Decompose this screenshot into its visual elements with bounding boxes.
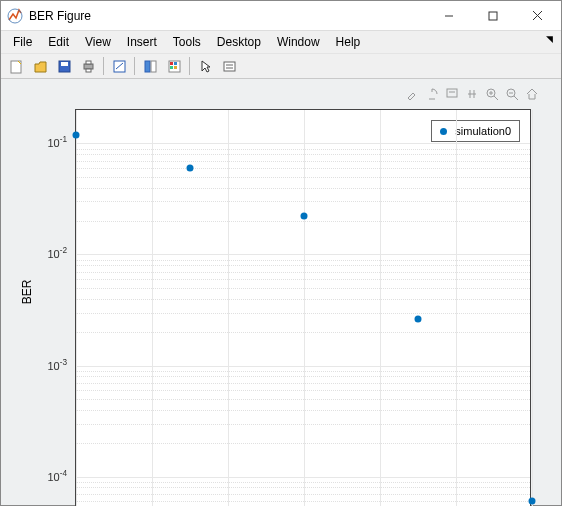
- grid-minor: [76, 424, 530, 425]
- grid-hline: [76, 143, 530, 144]
- insert-legend-icon[interactable]: [218, 55, 240, 77]
- grid-minor: [76, 188, 530, 189]
- menu-help[interactable]: Help: [328, 33, 369, 51]
- pan-icon[interactable]: [463, 85, 481, 103]
- grid-minor: [76, 390, 530, 391]
- data-point[interactable]: [529, 498, 536, 505]
- svg-rect-13: [145, 61, 150, 72]
- svg-rect-14: [151, 61, 156, 72]
- y-axis-label: BER: [20, 280, 34, 305]
- grid-vline: [76, 110, 77, 506]
- grid-minor: [76, 260, 530, 261]
- grid-hline: [76, 477, 530, 478]
- menu-overflow-icon[interactable]: ◥: [546, 34, 553, 44]
- grid-minor: [76, 494, 530, 495]
- menu-window[interactable]: Window: [269, 33, 328, 51]
- svg-rect-17: [174, 62, 177, 65]
- grid-hline: [76, 366, 530, 367]
- data-point[interactable]: [187, 165, 194, 172]
- menu-tools[interactable]: Tools: [165, 33, 209, 51]
- rotate-icon[interactable]: [423, 85, 441, 103]
- maximize-button[interactable]: [471, 2, 515, 30]
- svg-line-30: [514, 96, 518, 100]
- grid-minor: [76, 161, 530, 162]
- data-point[interactable]: [301, 213, 308, 220]
- data-point[interactable]: [73, 131, 80, 138]
- link-plot-icon[interactable]: [139, 55, 161, 77]
- grid-minor: [76, 168, 530, 169]
- open-icon[interactable]: [29, 55, 51, 77]
- grid-vline: [228, 110, 229, 506]
- zoom-out-icon[interactable]: [503, 85, 521, 103]
- figure-area: simulation0 Eb/N0 (dB) BER 02468101210-4…: [1, 79, 561, 505]
- grid-minor: [76, 177, 530, 178]
- axes[interactable]: simulation0: [75, 109, 531, 506]
- menu-desktop[interactable]: Desktop: [209, 33, 269, 51]
- minimize-button[interactable]: [427, 2, 471, 30]
- grid-vline: [304, 110, 305, 506]
- matlab-icon: [7, 8, 23, 24]
- legend[interactable]: simulation0: [431, 120, 520, 142]
- grid-minor: [76, 371, 530, 372]
- print-icon[interactable]: [77, 55, 99, 77]
- menu-insert[interactable]: Insert: [119, 33, 165, 51]
- axes-toolbar: [403, 85, 541, 103]
- grid-minor: [76, 443, 530, 444]
- brush-icon[interactable]: [403, 85, 421, 103]
- grid-minor: [76, 313, 530, 314]
- insert-colorbar-icon[interactable]: [163, 55, 185, 77]
- svg-rect-2: [489, 12, 497, 20]
- svg-rect-9: [86, 61, 91, 64]
- toolbar: [1, 53, 561, 79]
- grid-minor: [76, 410, 530, 411]
- toolbar-separator: [103, 57, 104, 75]
- svg-rect-16: [170, 62, 173, 65]
- grid-hline: [76, 254, 530, 255]
- save-icon[interactable]: [53, 55, 75, 77]
- grid-minor: [76, 383, 530, 384]
- y-tick-label: 10-4: [47, 469, 67, 483]
- close-button[interactable]: [515, 2, 559, 30]
- zoom-in-icon[interactable]: [483, 85, 501, 103]
- grid-minor: [76, 279, 530, 280]
- svg-rect-18: [170, 66, 173, 69]
- menu-view[interactable]: View: [77, 33, 119, 51]
- legend-entry: simulation0: [455, 125, 511, 137]
- grid-minor: [76, 221, 530, 222]
- toolbar-separator: [134, 57, 135, 75]
- home-icon[interactable]: [523, 85, 541, 103]
- grid-minor: [76, 487, 530, 488]
- menubar: File Edit View Insert Tools Desktop Wind…: [1, 31, 561, 53]
- grid-minor: [76, 299, 530, 300]
- grid-minor: [76, 288, 530, 289]
- svg-rect-8: [84, 64, 93, 69]
- datacursor-icon[interactable]: [443, 85, 461, 103]
- grid-minor: [76, 482, 530, 483]
- grid-minor: [76, 332, 530, 333]
- svg-line-26: [494, 96, 498, 100]
- titlebar: BER Figure: [1, 1, 561, 31]
- grid-minor: [76, 399, 530, 400]
- figure-window: BER Figure File Edit View Insert Tools D…: [0, 0, 562, 506]
- legend-marker: [440, 128, 447, 135]
- y-tick-label: 10-2: [47, 247, 67, 261]
- grid-vline: [152, 110, 153, 506]
- pointer-icon[interactable]: [194, 55, 216, 77]
- grid-minor: [76, 154, 530, 155]
- menu-file[interactable]: File: [5, 33, 40, 51]
- y-tick-label: 10-1: [47, 136, 67, 150]
- new-figure-icon[interactable]: [5, 55, 27, 77]
- svg-rect-7: [61, 62, 68, 66]
- data-point[interactable]: [415, 316, 422, 323]
- grid-minor: [76, 201, 530, 202]
- menu-edit[interactable]: Edit: [40, 33, 77, 51]
- grid-minor: [76, 265, 530, 266]
- svg-rect-23: [447, 89, 457, 97]
- svg-rect-20: [224, 62, 235, 71]
- svg-rect-10: [86, 69, 91, 72]
- grid-minor: [76, 501, 530, 502]
- edit-plot-icon[interactable]: [108, 55, 130, 77]
- grid-minor: [76, 272, 530, 273]
- grid-minor: [76, 149, 530, 150]
- grid-minor: [76, 376, 530, 377]
